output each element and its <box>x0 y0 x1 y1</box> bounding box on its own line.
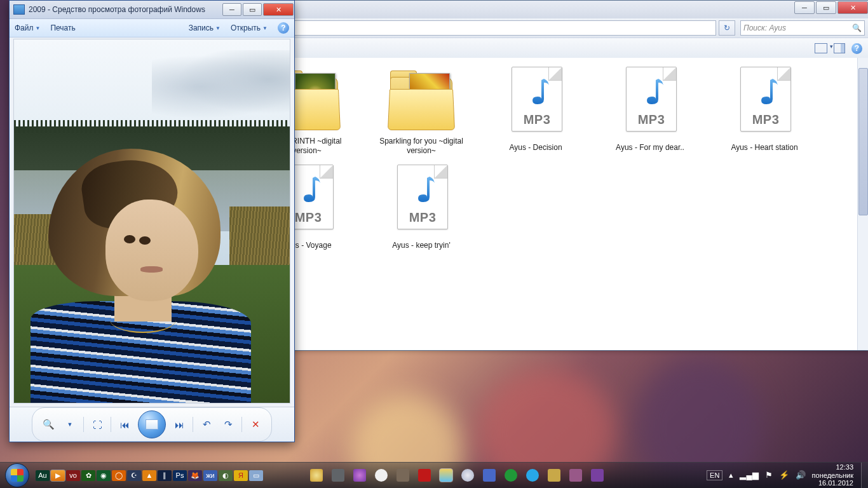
folder-icon <box>386 64 456 134</box>
menu-print[interactable]: Печать <box>50 24 75 32</box>
tray-app-icon[interactable] <box>375 469 388 482</box>
tray-app-icon[interactable] <box>461 469 474 482</box>
tray-app-icon[interactable] <box>397 469 409 482</box>
tray-app-icon[interactable] <box>591 469 604 482</box>
taskbar-app-icon[interactable]: ∥ <box>158 470 172 481</box>
taskbar-app-icon[interactable]: ✿ <box>81 470 95 481</box>
clock-time: 12:33 <box>812 463 853 471</box>
rotate-ccw-button[interactable]: ↶ <box>198 416 215 433</box>
preview-pane-button[interactable] <box>834 43 845 53</box>
tray-app-icon[interactable] <box>569 469 582 482</box>
taskbar-app-icon[interactable]: Я <box>234 470 248 481</box>
help-button[interactable]: ? <box>278 22 289 34</box>
taskbar-app-icon[interactable]: ▲ <box>142 470 156 481</box>
language-indicator[interactable]: EN <box>707 470 722 480</box>
tray-app-icon[interactable] <box>332 469 344 482</box>
fit-window-button[interactable]: ⛶ <box>89 416 105 433</box>
show-desktop-button[interactable] <box>861 463 868 488</box>
mp3-file-item[interactable]: MP3Ayus - For my dear.. <box>606 64 695 156</box>
tray-app-icon[interactable] <box>353 469 366 482</box>
volume-icon[interactable]: 🔊 <box>796 470 806 480</box>
minimize-button[interactable]: ─ <box>794 1 815 14</box>
tray-app-icon[interactable] <box>548 469 560 482</box>
search-input[interactable]: Поиск: Ayus 🔍 <box>740 20 865 36</box>
tray-app-icon[interactable] <box>440 469 452 482</box>
tray-app-icon[interactable] <box>310 469 323 482</box>
taskbar-app-icon[interactable]: vo <box>66 470 80 481</box>
mp3-file-item[interactable]: MP3Ayus - Heart station <box>720 64 809 156</box>
menu-burn[interactable]: Запись▼ <box>189 24 220 32</box>
tray-chevron-icon[interactable]: ▴ <box>729 470 733 480</box>
clock[interactable]: 12:33 понедельник 16.01.2012 <box>812 463 857 487</box>
tray-app-icon[interactable] <box>526 469 539 482</box>
delete-button[interactable]: ✕ <box>247 416 264 433</box>
photo-viewer-titlebar[interactable]: 2009 - Средство просмотра фотографий Win… <box>10 1 294 19</box>
menu-open[interactable]: Открыть▼ <box>231 24 268 32</box>
mp3-icon: MP3 <box>505 64 566 140</box>
taskbar-app-icon[interactable]: ◉ <box>97 470 111 481</box>
separator <box>241 417 242 432</box>
desktop: ─ ▭ ✕ ← → 3 ▶ Ayus ▶ ↻ Поиск: Ayus 🔍 оиз… <box>0 0 868 488</box>
taskbar-app-icon[interactable]: жи <box>203 470 217 481</box>
search-placeholder: Поиск: Ayus <box>743 24 786 32</box>
photo-clouds <box>152 50 290 123</box>
item-label: Ayus - Decision <box>509 143 562 152</box>
maximize-button[interactable]: ▭ <box>243 3 262 16</box>
taskbar-pinned: Au ▶ vo ✿ ◉ ◯ ☪ ▲ ∥ Ps 🦊 жи ◐ Я ▭ <box>34 462 304 488</box>
mp3-icon: MP3 <box>391 162 452 238</box>
taskbar-app-icon[interactable]: ◯ <box>112 470 126 481</box>
menu-file[interactable]: Файл▼ <box>15 24 40 32</box>
taskbar-app-icon[interactable]: ▶ <box>51 470 65 481</box>
maximize-button[interactable]: ▭ <box>816 1 836 14</box>
rotate-cw-button[interactable]: ↷ <box>220 416 236 433</box>
taskbar-app-icon[interactable]: ☪ <box>127 470 141 481</box>
zoom-dropdown[interactable]: ▼ <box>62 416 78 433</box>
tray-app-icon[interactable] <box>483 469 496 482</box>
taskbar: Au ▶ vo ✿ ◉ ◯ ☪ ▲ ∥ Ps 🦊 жи ◐ Я ▭ <box>0 462 868 488</box>
item-label: Ayus - Heart station <box>731 143 797 152</box>
separator <box>83 417 84 432</box>
item-label: Ayus - keep tryin' <box>392 241 450 250</box>
slideshow-button[interactable] <box>138 410 166 438</box>
mp3-icon: MP3 <box>620 64 681 140</box>
zoom-button[interactable]: 🔍 <box>40 416 57 433</box>
close-button[interactable]: ✕ <box>263 3 294 16</box>
taskbar-app-icon[interactable]: Au <box>36 470 50 481</box>
taskbar-app-icon[interactable]: 🦊 <box>188 470 202 481</box>
search-icon: 🔍 <box>852 24 862 32</box>
start-button[interactable] <box>0 463 34 488</box>
photo-viewer-window: 2009 - Средство просмотра фотографий Win… <box>9 0 295 442</box>
taskbar-app-icon[interactable]: Ps <box>173 470 187 481</box>
network-icon[interactable]: ▂▄▆ <box>740 470 758 480</box>
folder-item[interactable]: Sparkling for you ~digital version~ <box>377 64 466 156</box>
slideshow-icon <box>146 419 158 430</box>
item-label: Ayus - For my dear.. <box>616 143 684 152</box>
minimize-button[interactable]: ─ <box>222 3 241 16</box>
photo-canvas <box>13 39 290 403</box>
scrollbar-thumb[interactable] <box>858 68 868 215</box>
mp3-file-item[interactable]: MP3Ayus - Decision <box>491 64 580 156</box>
photo-face <box>105 200 198 301</box>
next-image-button[interactable]: ⏭ <box>171 416 187 433</box>
window-title: 2009 - Средство просмотра фотографий Win… <box>29 5 205 14</box>
scrollbar[interactable] <box>857 58 868 350</box>
taskbar-app-icon[interactable]: ◐ <box>219 470 233 481</box>
prev-image-button[interactable]: ⏮ <box>116 416 133 433</box>
clock-day: понедельник <box>812 471 853 480</box>
item-label: Sparkling for you ~digital version~ <box>377 137 466 156</box>
separator <box>193 417 193 432</box>
photo-necklace <box>110 306 176 333</box>
windows-orb-icon <box>5 463 29 487</box>
flag-icon[interactable]: ⚑ <box>765 470 773 480</box>
mp3-file-item[interactable]: MP3Ayus - keep tryin' <box>377 162 466 250</box>
tray-app-icon[interactable] <box>505 469 517 482</box>
tray-app-icon[interactable] <box>418 469 431 482</box>
close-button[interactable]: ✕ <box>837 1 868 14</box>
help-button[interactable]: ? <box>851 43 862 54</box>
taskbar-app-icon[interactable]: ▭ <box>249 470 263 481</box>
refresh-button[interactable]: ↻ <box>719 20 735 36</box>
power-icon[interactable]: ⚡ <box>779 470 789 480</box>
view-options-button[interactable] <box>815 43 827 53</box>
taskbar-tray-apps <box>304 469 703 482</box>
photo-viewer-controls: 🔍 ▼ ⛶ ⏮ ⏭ ↶ ↷ ✕ <box>10 407 294 442</box>
